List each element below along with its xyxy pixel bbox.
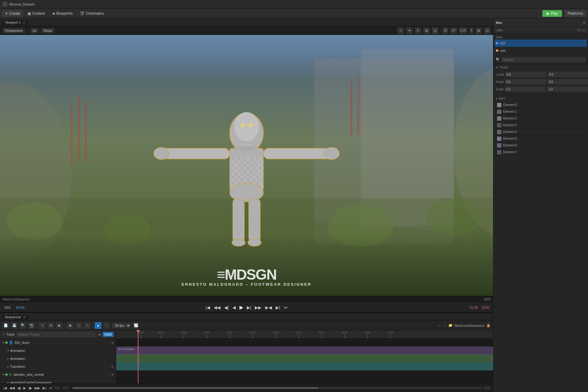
menu-content[interactable]: ▦ Content (24, 10, 48, 17)
seq-pb-loop[interactable]: ⇌ (48, 385, 53, 391)
transform-tool[interactable]: ⊡ (432, 27, 439, 34)
rp-mat-item-7[interactable]: Element 7 (496, 149, 586, 156)
viewport-tab-close[interactable]: ✕ (23, 21, 25, 24)
rp-field-input-loc-y[interactable] (548, 72, 588, 77)
track-add-btn-alembic[interactable]: + (111, 372, 114, 377)
seq-more[interactable]: ⋯ (103, 322, 110, 329)
play-button[interactable]: ▶ Play (542, 10, 562, 17)
seq-search[interactable]: 🔍 (20, 322, 26, 329)
move-tool[interactable]: ✛ (406, 27, 413, 34)
seq-eye[interactable]: 👁 (47, 322, 54, 329)
tl-clip-transform[interactable] (116, 363, 493, 370)
rp-field-input-loc-x[interactable] (505, 72, 547, 77)
lit-button[interactable]: Lit (30, 28, 39, 33)
rp-mat-name-1: Element 1 (503, 110, 517, 113)
rp-field-input-rot-y[interactable] (548, 79, 588, 85)
sequencer-tab-label: Sequencer (5, 315, 21, 319)
rp-mat-item-2[interactable]: Element 2 (496, 115, 586, 122)
track-item-transform[interactable]: ▸ Transform + (0, 363, 116, 371)
track-item-alembic[interactable]: ▾ 👁 alembic_test_unreal + (0, 371, 116, 379)
seq-select[interactable]: ↖ (39, 322, 46, 329)
platforms-button[interactable]: Platforms (564, 10, 586, 17)
track-add-btn-1[interactable]: + (111, 340, 114, 345)
sequencer-tab[interactable]: Sequencer ✕ (2, 314, 28, 320)
layout-button[interactable]: ⊞ (475, 27, 482, 34)
tl-clip-anim2[interactable] (116, 355, 493, 362)
seq-pb-next-key[interactable]: ▶▶ (34, 385, 41, 391)
track-add-btn-transform[interactable]: + (111, 364, 114, 369)
tl-clip-no-anim[interactable]: No Animation (116, 347, 493, 354)
camera-speed[interactable]: 4 (469, 27, 473, 34)
rp-mat-item-1[interactable]: Element 1 (496, 108, 586, 115)
seq-camera[interactable]: 📷 (28, 322, 35, 329)
grid-snap[interactable]: 10 (443, 27, 448, 34)
menu-blueprints[interactable]: ◈ Blueprints (49, 10, 76, 17)
perspective-button[interactable]: Perspective (2, 28, 25, 33)
seq-play[interactable]: ▶ (56, 322, 63, 329)
rp-field-input-scale-y[interactable] (547, 86, 588, 92)
seq-pb-prev-key[interactable]: ◀◀ (9, 385, 15, 391)
rp-field-input-rot-x[interactable] (505, 79, 546, 85)
timeline-scrollbar-thumb[interactable] (72, 387, 318, 389)
rotate-tool[interactable]: ↻ (415, 27, 421, 34)
seq-active-tool[interactable]: ● (95, 322, 101, 329)
track-item-333anim[interactable]: ▾ 👤 333_Anim + (0, 339, 116, 347)
scale-tool[interactable]: ⊞ (423, 27, 430, 34)
rp-actor-UO[interactable]: UO (495, 40, 587, 47)
seq-pb-prev[interactable]: ◀| (17, 385, 21, 391)
fps-selector[interactable]: 30 fps (112, 323, 131, 328)
seq-key2[interactable]: ◇ (75, 322, 82, 329)
seq-curve-btn[interactable]: 📈 (133, 322, 139, 329)
seq-nav-prev[interactable]: ← (438, 324, 441, 327)
right-panel-close[interactable]: ✕ (582, 21, 586, 25)
scale-snap[interactable]: 0.25 (459, 27, 467, 34)
pb-skip-end[interactable]: ▶| (275, 304, 281, 311)
rp-actor-uon[interactable]: uon (495, 47, 587, 54)
track-item-geometry[interactable]: ▸ geometryCacheComponent (0, 379, 116, 383)
show-button[interactable]: Show (41, 28, 55, 33)
rp-mat-item-3[interactable]: Element 3 (496, 122, 586, 129)
track-item-animation2[interactable]: ▸ Animation (0, 355, 116, 363)
rp-mat-item-5[interactable]: Element 5 (496, 135, 586, 142)
seq-new[interactable]: 📄 (2, 322, 9, 329)
seq-curve[interactable]: ∿ (84, 322, 91, 329)
rp-mat-item-6[interactable]: Element 6 (496, 142, 586, 149)
pb-loop[interactable]: ⇌ (283, 304, 288, 311)
track-filter-icon[interactable]: ≡ (99, 333, 100, 336)
sequencer-tab-close[interactable]: ✕ (23, 315, 25, 319)
playhead[interactable] (138, 330, 138, 383)
viewport-tab-1[interactable]: Viewport 1 ✕ (2, 19, 28, 25)
rp-mat-name-5: Element 5 (503, 137, 517, 140)
rp-search-input[interactable] (501, 57, 586, 62)
track-item-animation1[interactable]: ▾ Animation (0, 347, 116, 355)
timeline-area[interactable]: 0000 0015 0030 0045 (116, 330, 493, 383)
seq-lock-icon[interactable]: 🔒 (486, 323, 491, 327)
pb-play[interactable]: ▶ (239, 304, 244, 311)
pb-next[interactable]: ▶| (246, 304, 252, 311)
seq-pb-start[interactable]: |◀ (2, 385, 7, 391)
select-tool[interactable]: ↖ (398, 27, 404, 34)
rp-field-input-scale-x[interactable] (505, 86, 546, 92)
pb-prev[interactable]: ◀ (232, 304, 237, 311)
seq-nav-next[interactable]: → (443, 324, 447, 327)
maximize-button[interactable]: ⊡ (484, 27, 491, 34)
menu-cinematics[interactable]: 🎬 Cinematics (77, 10, 107, 17)
viewport-canvas[interactable]: ≡MDSGN ERNESTO MALDONADO – FOOTWEAR DESI… (0, 35, 493, 296)
pb-next-key[interactable]: ▶◀ (264, 304, 273, 311)
menu-create[interactable]: ✦ Create (2, 10, 23, 17)
track-search-input[interactable] (17, 332, 96, 337)
rp-mat-item-0[interactable]: Element 0 (496, 102, 586, 108)
seq-pb-end[interactable]: ▶| (42, 385, 47, 391)
seq-pb-play[interactable]: ▶ (23, 385, 27, 391)
rp-mat-item-4[interactable]: Element 4 (496, 129, 586, 135)
pb-skip-start[interactable]: |◀ (205, 304, 211, 311)
pb-prev-key[interactable]: ◀◀ (213, 304, 221, 311)
timeline-scrollbar[interactable] (72, 387, 483, 389)
seq-pb-next[interactable]: |▶ (28, 385, 33, 391)
track-add-icon[interactable]: + (2, 333, 4, 336)
seq-key[interactable]: ◆ (67, 322, 74, 329)
seq-save[interactable]: 💾 (11, 322, 18, 329)
pb-prev-frame[interactable]: ◀| (223, 304, 230, 311)
angle-snap[interactable]: 10° (450, 27, 457, 34)
pb-next-frame[interactable]: ▶▶ (254, 304, 262, 311)
